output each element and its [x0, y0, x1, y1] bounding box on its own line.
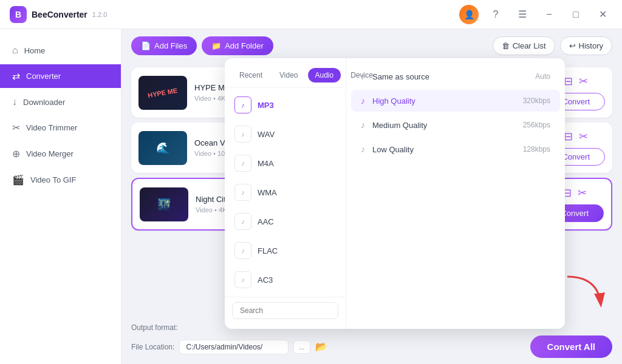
file-thumbnail: HYPE ME: [138, 76, 187, 110]
music-icon: ♪: [234, 96, 251, 113]
app-version: 1.2.0: [92, 11, 107, 18]
music-icon: ♪: [234, 242, 251, 259]
note-icon: ♪: [361, 96, 365, 106]
list-item[interactable]: ♪ MP3: [225, 90, 346, 120]
list-item[interactable]: ♪ WMA: [225, 178, 346, 207]
format-label: AC3: [258, 275, 273, 285]
minimize-button[interactable]: −: [539, 5, 559, 24]
main-layout: ⌂ Home ⇄ Converter ↓ Downloader ✂ Video …: [0, 29, 622, 364]
add-folder-label: Add Folder: [225, 41, 264, 50]
sidebar-item-label: Video Merger: [26, 149, 73, 158]
search-input[interactable]: [232, 302, 338, 319]
file-location-label: File Location:: [131, 343, 174, 351]
sidebar-item-downloader[interactable]: ↓ Downloader: [0, 90, 121, 113]
help-button[interactable]: ?: [486, 5, 505, 24]
window-controls: 👤 ? ☰ − □ ✕: [459, 5, 612, 24]
gif-icon: 🎬: [12, 174, 24, 186]
quality-item-low[interactable]: ♪ Low Quality 128kbps: [351, 138, 560, 160]
history-button[interactable]: ↩ History: [560, 36, 612, 55]
close-button[interactable]: ✕: [593, 5, 612, 24]
music-icon: ♪: [234, 155, 251, 172]
sidebar-item-video-merger[interactable]: ⊕ Video Merger: [0, 142, 121, 166]
scissors-icon[interactable]: ✂: [578, 186, 587, 200]
add-files-icon: 📄: [141, 41, 151, 50]
output-format-label: Output format:: [131, 323, 178, 332]
action-icons: ⊟ ✂: [564, 75, 588, 88]
home-icon: ⌂: [12, 45, 18, 56]
quality-name: Same as source: [372, 72, 528, 81]
sidebar-item-label: Video Trimmer: [26, 123, 77, 132]
edit-icon[interactable]: ⊟: [564, 130, 573, 143]
list-item[interactable]: ♪ FLAC: [225, 236, 346, 265]
content-area: 📄 Add Files 📁 Add Folder 🗑 Clear List ↩ …: [121, 29, 622, 364]
add-files-button[interactable]: 📄 Add Files: [131, 36, 197, 55]
quality-name: High Quality: [372, 96, 516, 106]
tab-video[interactable]: Video: [272, 68, 305, 83]
clear-list-button[interactable]: 🗑 Clear List: [493, 36, 555, 55]
format-label: AAC: [258, 217, 274, 226]
scissors-icon[interactable]: ✂: [579, 75, 588, 88]
toolbar-right: 🗑 Clear List ↩ History: [493, 36, 612, 55]
bottom-row: File Location: ... 📂 Convert All: [131, 335, 612, 358]
toolbar: 📄 Add Files 📁 Add Folder 🗑 Clear List ↩ …: [121, 29, 622, 62]
add-folder-button[interactable]: 📁 Add Folder: [202, 36, 273, 55]
trimmer-icon: ✂: [12, 122, 20, 133]
format-search: [225, 297, 346, 324]
quality-item-high[interactable]: ♪ High Quality 320kbps: [351, 90, 560, 112]
list-item[interactable]: ♪ AAC: [225, 207, 346, 236]
note-icon: ♪: [361, 72, 365, 81]
history-icon: ↩: [569, 41, 576, 50]
quality-name: Medium Quality: [372, 121, 516, 130]
quality-value: Auto: [535, 72, 550, 81]
convert-all-button[interactable]: Convert All: [530, 335, 612, 358]
scissors-icon[interactable]: ✂: [579, 130, 588, 143]
format-tabs: Recent Video Audio Device: [225, 63, 346, 88]
list-item[interactable]: ♪ M4A: [225, 149, 346, 178]
more-options-button[interactable]: ...: [293, 340, 310, 354]
file-thumbnail: 🌃: [140, 187, 188, 221]
file-location-row: File Location: ... 📂: [131, 340, 327, 354]
note-icon: ♪: [361, 144, 365, 154]
menu-button[interactable]: ☰: [513, 5, 532, 24]
maximize-button[interactable]: □: [566, 5, 586, 24]
quality-item-same[interactable]: ♪ Same as source Auto: [351, 66, 560, 87]
quality-value: 128kbps: [523, 145, 550, 153]
merger-icon: ⊕: [12, 148, 20, 160]
app-name: BeeConverter: [32, 10, 87, 19]
music-icon: ♪: [234, 184, 251, 201]
open-folder-button[interactable]: 📂: [315, 341, 327, 352]
sidebar-item-label: Converter: [26, 72, 61, 81]
converter-icon: ⇄: [12, 70, 20, 82]
format-list: ♪ MP3 ♪ WAV ♪ M4A ♪ WMA: [225, 90, 346, 294]
sidebar-item-label: Downloader: [23, 98, 65, 107]
list-item[interactable]: ♪ AC3: [225, 265, 346, 294]
format-label: MP3: [258, 101, 274, 110]
format-label: FLAC: [258, 246, 278, 255]
format-dropdown: Recent Video Audio Device ♪ MP3 ♪ WAV: [225, 58, 565, 329]
quality-name: Low Quality: [372, 145, 516, 154]
sidebar-item-video-to-gif[interactable]: 🎬 Video To GIF: [0, 168, 121, 192]
app-branding: B BeeConverter 1.2.0: [10, 6, 107, 23]
tab-recent[interactable]: Recent: [232, 68, 270, 83]
quality-value: 256kbps: [523, 121, 550, 129]
sidebar-item-converter[interactable]: ⇄ Converter: [0, 64, 121, 88]
sidebar-item-label: Home: [24, 46, 46, 55]
list-item[interactable]: ♪ WAV: [225, 120, 346, 149]
edit-icon[interactable]: ⊟: [564, 75, 573, 88]
sidebar-item-video-trimmer[interactable]: ✂ Video Trimmer: [0, 116, 121, 140]
quality-item-medium[interactable]: ♪ Medium Quality 256kbps: [351, 114, 560, 136]
location-input[interactable]: [179, 340, 289, 354]
quality-panel: ♪ Same as source Auto ♪ High Quality 320…: [346, 58, 565, 329]
add-folder-icon: 📁: [211, 41, 221, 50]
tab-audio[interactable]: Audio: [308, 68, 341, 83]
format-label: M4A: [258, 159, 274, 168]
format-label: WMA: [258, 188, 277, 197]
format-label: WAV: [258, 130, 275, 139]
note-icon: ♪: [361, 120, 365, 130]
add-files-label: Add Files: [154, 41, 187, 50]
trash-icon: 🗑: [502, 41, 510, 50]
profile-icon[interactable]: 👤: [459, 5, 479, 24]
file-thumbnail: 🌊: [138, 131, 187, 165]
sidebar-item-home[interactable]: ⌂ Home: [0, 39, 121, 62]
app-logo: B: [10, 6, 27, 23]
